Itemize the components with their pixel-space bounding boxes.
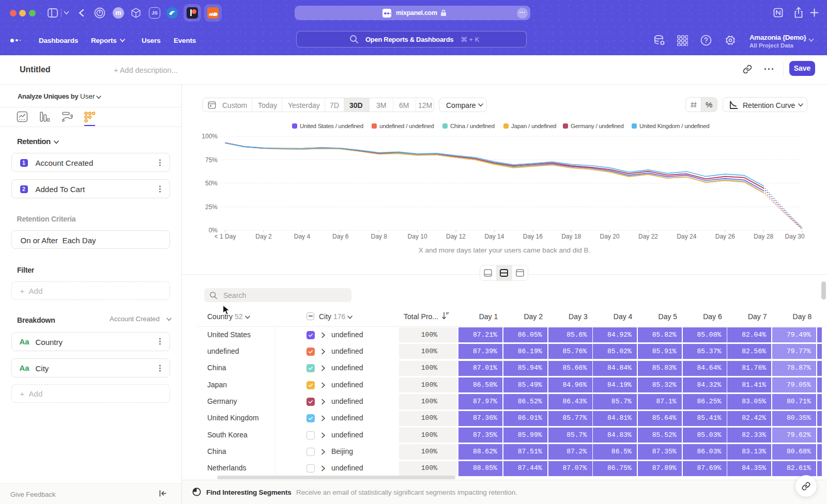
svg-text:Day 20: Day 20 [600,233,620,240]
svg-text:100%: 100% [202,133,218,140]
svg-text:Day 16: Day 16 [523,233,543,240]
svg-text:Day 26: Day 26 [715,233,735,240]
svg-text:Day 4: Day 4 [294,233,311,240]
svg-text:Day 6: Day 6 [332,233,349,240]
svg-text:50%: 50% [205,180,218,187]
svg-text:Day 30: Day 30 [785,233,805,240]
svg-text:Day 24: Day 24 [677,233,696,240]
svg-text:Day 18: Day 18 [561,233,581,240]
svg-text:75%: 75% [205,156,218,164]
svg-text:Day 14: Day 14 [484,233,504,240]
svg-text:Day 8: Day 8 [371,233,388,240]
svg-text:Day 22: Day 22 [638,233,658,240]
svg-text:< 1 Day: < 1 Day [215,233,236,240]
svg-text:Day 2: Day 2 [255,233,272,240]
svg-text:25%: 25% [205,203,218,211]
svg-text:Day 28: Day 28 [754,233,773,240]
svg-text:Day 10: Day 10 [408,233,427,240]
svg-text:Day 12: Day 12 [446,233,466,240]
